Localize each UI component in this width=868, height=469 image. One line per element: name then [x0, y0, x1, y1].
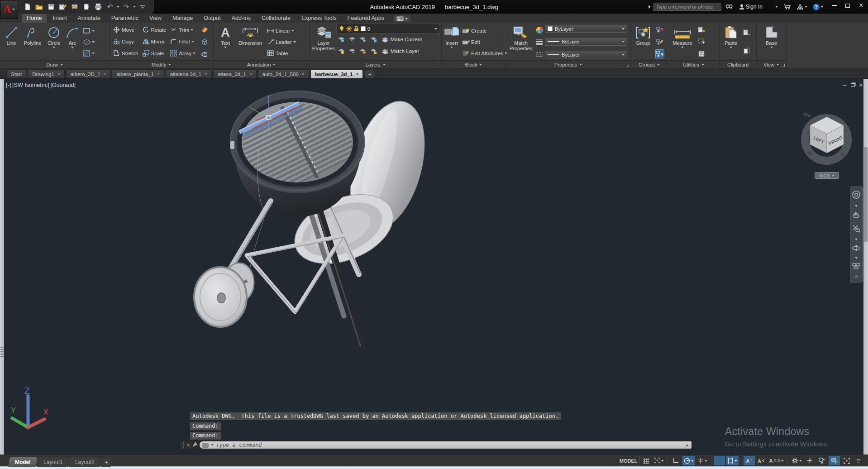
scrollbar-thumb[interactable] [864, 147, 868, 242]
match-properties-button[interactable]: Match Properties [508, 24, 534, 60]
linear-dimension-button[interactable]: Linear [265, 25, 307, 36]
linear-dropdown-icon[interactable] [291, 30, 294, 32]
base-button[interactable]: Base [761, 24, 782, 60]
qat-print-button[interactable] [93, 2, 103, 12]
barbecue-wheels[interactable] [194, 263, 254, 327]
close-tab-icon[interactable]: × [104, 72, 106, 77]
viewport-menu-control[interactable]: [-] [6, 82, 11, 88]
qat-publish-button[interactable] [81, 2, 91, 12]
file-tab-barbecue-active[interactable]: barbecue_3d_1× [310, 69, 363, 78]
leader-button[interactable]: Leader [265, 36, 307, 48]
object-color-combo[interactable]: ByLayer [545, 25, 627, 33]
command-prompt-icon[interactable] [202, 443, 209, 448]
fillet-button[interactable]: Fillet [168, 36, 197, 47]
ungroup-button[interactable] [655, 25, 664, 34]
polyline-button[interactable]: Polyline [22, 24, 43, 60]
insert-dropdown-icon[interactable] [450, 47, 453, 48]
ribbon-tab-home[interactable]: Home [22, 14, 47, 23]
layer-off-button[interactable] [337, 35, 346, 44]
quick-select-button[interactable] [697, 25, 706, 34]
layer-select-combo[interactable]: 0 [337, 24, 439, 33]
close-tab-icon[interactable]: × [205, 72, 207, 77]
table-button[interactable]: Table [265, 48, 307, 59]
annotation-autoscale-toggle[interactable]: A [756, 456, 767, 465]
linetype-list-icon[interactable] [535, 49, 544, 58]
mirror-button[interactable]: Mirror [141, 36, 168, 47]
layer-unlock-button[interactable] [369, 47, 378, 56]
vertical-scrollbar[interactable] [863, 79, 868, 455]
file-tab-drawing1[interactable]: Drawing1× [28, 69, 64, 78]
search-icon[interactable] [724, 2, 734, 12]
ribbon-tab-collaborate[interactable]: Collaborate [257, 14, 296, 23]
new-tab-button[interactable]: + [365, 70, 374, 78]
application-menu-button[interactable]: A [0, 0, 18, 19]
lineweight-combo[interactable]: ByLayer [545, 38, 627, 46]
draw-panel-title[interactable]: Draw [0, 60, 109, 68]
navbar-collapse-icon[interactable]: ⊖ [854, 275, 858, 279]
ribbon-tab-insert[interactable]: Insert [48, 14, 72, 23]
window-minimize-button[interactable] [827, 0, 841, 11]
quick-calculator-button[interactable] [697, 49, 706, 58]
undo-dropdown-icon[interactable] [117, 6, 119, 8]
ribbon-tab-addins[interactable]: Add-ins [227, 14, 256, 23]
text-button[interactable]: A Text [215, 24, 235, 60]
redo-dropdown-icon[interactable] [133, 6, 136, 8]
layout2-tab[interactable]: Layout2 [69, 457, 101, 467]
layer-thaw-all-button[interactable] [358, 47, 367, 56]
layer-isolate-button[interactable] [348, 35, 357, 44]
snap-dropdown-icon[interactable] [661, 460, 664, 462]
autodesk-app-icon[interactable] [795, 2, 809, 12]
orbit-button[interactable] [852, 244, 861, 254]
polar-tracking-toggle[interactable] [682, 456, 695, 465]
make-current-button[interactable]: Make Current [380, 34, 424, 44]
grid-display-toggle[interactable] [640, 456, 652, 465]
properties-expand-icon[interactable] [626, 64, 629, 67]
linetype-combo[interactable]: ByLayer [545, 51, 627, 58]
groups-panel-title[interactable]: Groups [631, 60, 668, 68]
measure-dropdown-icon[interactable] [681, 47, 684, 48]
window-close-button[interactable]: × [854, 0, 868, 11]
text-dropdown-icon[interactable] [224, 47, 227, 48]
edit-attributes-button[interactable]: Edit Attributes [461, 48, 509, 59]
group-edit-button[interactable] [655, 37, 664, 46]
status-menu-button[interactable]: ≡ [853, 456, 864, 465]
close-tab-icon[interactable]: × [302, 72, 305, 77]
scale-button[interactable]: Scale [141, 48, 168, 59]
close-tab-icon[interactable]: × [356, 72, 358, 77]
properties-panel-title[interactable]: Properties [506, 60, 630, 68]
qat-save-button[interactable] [46, 2, 56, 12]
circle-dropdown-icon[interactable] [52, 47, 55, 48]
workspace-switching-button[interactable] [790, 456, 803, 465]
model-tab[interactable]: Model [9, 457, 38, 467]
fillet-dropdown-icon[interactable] [191, 41, 194, 43]
annotation-panel-title[interactable]: Annotation [214, 60, 309, 68]
layer-lock-button[interactable] [369, 35, 378, 44]
scrollbar-grip[interactable] [0, 347, 4, 358]
line-button[interactable]: Line [2, 24, 21, 60]
modify-panel-title[interactable]: Modify [110, 60, 213, 68]
offset-button[interactable] [200, 50, 209, 59]
object-snap-toggle[interactable] [726, 456, 739, 465]
file-tab-attesa[interactable]: attesa_3d_1× [213, 69, 257, 78]
file-tab-altalena[interactable]: altalena 3d_1× [166, 69, 212, 78]
customize-wrench-icon[interactable] [192, 441, 198, 449]
view-control[interactable]: [SW Isometric] [12, 82, 49, 88]
annotation-visibility-toggle[interactable]: A° [744, 456, 755, 465]
paste-button[interactable]: Paste [721, 24, 740, 60]
layer-dropdown-icon[interactable] [434, 28, 437, 30]
drawing-restore-button[interactable] [851, 83, 855, 87]
measure-button[interactable]: Measure [670, 24, 695, 60]
leader-dropdown-icon[interactable] [293, 41, 296, 43]
utilities-panel-title[interactable]: Utilities [668, 60, 719, 68]
visual-style-control[interactable]: [Gouraud] [50, 82, 76, 88]
navigation-wheel-button[interactable] [852, 190, 861, 201]
insert-block-button[interactable]: Insert [444, 24, 460, 60]
qat-new-button[interactable] [23, 2, 33, 12]
infocenter-media-button[interactable] [394, 15, 410, 22]
show-motion-button[interactable] [852, 263, 860, 271]
layout1-tab[interactable]: Layout1 [37, 457, 69, 467]
select-all-button[interactable] [697, 37, 706, 46]
trim-dropdown-icon[interactable] [191, 29, 193, 31]
clean-screen-button[interactable] [841, 456, 852, 465]
array-dropdown-icon[interactable] [193, 53, 196, 54]
